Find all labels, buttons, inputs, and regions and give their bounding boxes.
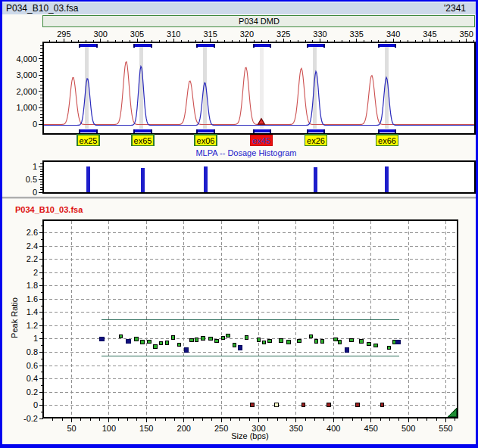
svg-text:1.6: 1.6 <box>27 294 38 303</box>
svg-text:1,000: 1,000 <box>16 103 37 112</box>
svg-text:0.5: 0.5 <box>26 175 37 184</box>
svg-text:3,000: 3,000 <box>16 70 37 79</box>
svg-text:-0.2: -0.2 <box>23 414 38 423</box>
svg-text:400: 400 <box>326 424 340 433</box>
svg-text:150: 150 <box>139 424 153 433</box>
svg-text:350: 350 <box>460 30 473 39</box>
svg-text:0: 0 <box>33 188 37 197</box>
svg-text:0.8: 0.8 <box>27 347 38 356</box>
svg-text:P034_B10_03.fsa: P034_B10_03.fsa <box>15 205 83 214</box>
svg-text:2,000: 2,000 <box>16 87 37 96</box>
svg-text:335: 335 <box>350 30 364 39</box>
svg-text:330: 330 <box>313 30 326 39</box>
svg-text:305: 305 <box>130 30 144 39</box>
svg-text:1: 1 <box>33 162 37 171</box>
svg-text:50: 50 <box>67 424 76 433</box>
svg-text:295: 295 <box>57 30 70 39</box>
svg-text:500: 500 <box>401 424 415 433</box>
svg-text:325: 325 <box>276 30 290 39</box>
svg-text:P034_B10_03.fsa: P034_B10_03.fsa <box>6 3 79 14</box>
svg-text:'2341: '2341 <box>444 3 466 14</box>
svg-text:Peak Ratio: Peak Ratio <box>10 297 19 338</box>
svg-text:0: 0 <box>33 120 37 129</box>
svg-text:P034 DMD: P034 DMD <box>239 17 280 26</box>
svg-text:340: 340 <box>386 30 400 39</box>
svg-text:100: 100 <box>102 424 116 433</box>
svg-text:ex66: ex66 <box>378 136 396 145</box>
svg-text:0.4: 0.4 <box>27 374 38 383</box>
svg-text:250: 250 <box>214 424 228 433</box>
svg-text:ex45: ex45 <box>252 136 270 145</box>
svg-text:450: 450 <box>364 424 378 433</box>
svg-text:2.6: 2.6 <box>27 228 38 237</box>
svg-text:0: 0 <box>33 400 38 409</box>
svg-text:ex06: ex06 <box>197 136 215 145</box>
svg-text:2.4: 2.4 <box>27 241 38 250</box>
svg-text:200: 200 <box>177 424 191 433</box>
svg-text:320: 320 <box>240 30 254 39</box>
svg-text:350: 350 <box>289 424 303 433</box>
svg-text:1.2: 1.2 <box>27 321 38 330</box>
svg-text:300: 300 <box>94 30 108 39</box>
svg-text:4,000: 4,000 <box>16 54 37 64</box>
svg-text:550: 550 <box>439 424 452 433</box>
svg-text:0.6: 0.6 <box>27 361 38 370</box>
svg-text:345: 345 <box>423 30 436 39</box>
svg-text:2.2: 2.2 <box>27 254 38 263</box>
svg-text:0.2: 0.2 <box>27 387 38 397</box>
svg-text:MLPA -- Dosage Histogram: MLPA -- Dosage Histogram <box>195 148 296 157</box>
svg-text:2: 2 <box>33 268 38 277</box>
svg-text:ex25: ex25 <box>80 136 98 145</box>
svg-text:1.8: 1.8 <box>27 281 38 290</box>
svg-text:ex65: ex65 <box>134 136 152 145</box>
svg-text:310: 310 <box>167 30 180 39</box>
svg-text:Size (bps): Size (bps) <box>231 431 269 440</box>
svg-text:1: 1 <box>33 334 38 343</box>
svg-text:315: 315 <box>203 30 217 39</box>
svg-text:ex26: ex26 <box>307 136 325 145</box>
svg-text:1.4: 1.4 <box>27 307 38 316</box>
